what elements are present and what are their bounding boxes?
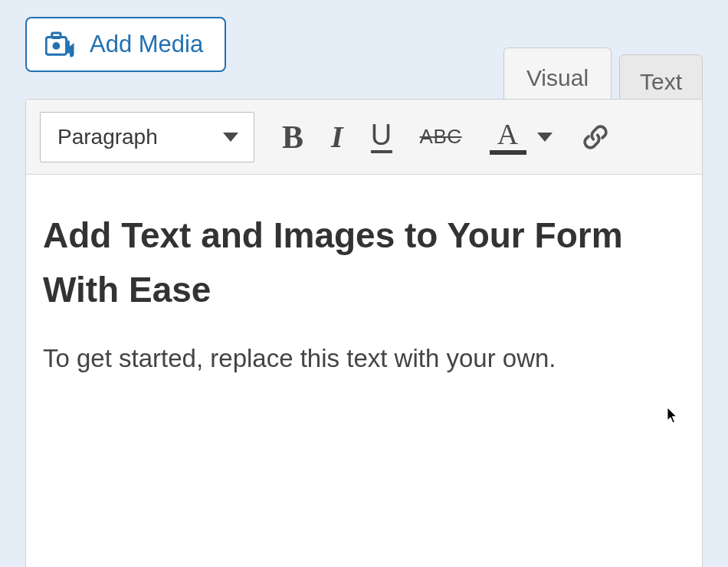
add-media-label: Add Media: [90, 31, 203, 58]
underline-bar-icon: [371, 150, 392, 153]
text-color-icon: A: [490, 120, 526, 155]
strikethrough-icon: ABC: [420, 125, 462, 149]
editor: Paragraph B I U ABC A: [25, 99, 703, 567]
text-color-button[interactable]: A: [490, 114, 553, 160]
insert-link-button[interactable]: [580, 114, 611, 160]
svg-rect-1: [52, 33, 61, 38]
media-icon: [45, 31, 77, 57]
svg-point-3: [70, 52, 74, 56]
editor-content[interactable]: Add Text and Images to Your Form With Ea…: [26, 175, 702, 392]
content-heading: Add Text and Images to Your Form With Ea…: [43, 208, 685, 318]
chevron-down-icon: [537, 133, 553, 142]
svg-point-2: [52, 42, 60, 50]
underline-icon: U: [371, 120, 392, 149]
tab-text-label: Text: [640, 69, 682, 94]
link-icon: [580, 122, 611, 152]
strikethrough-button[interactable]: ABC: [420, 114, 462, 160]
content-body: To get started, replace this text with y…: [43, 341, 685, 376]
editor-toolbar: Paragraph B I U ABC A: [26, 100, 702, 175]
bold-button[interactable]: B: [282, 114, 303, 160]
tab-visual-label: Visual: [526, 65, 589, 90]
chevron-down-icon: [223, 133, 238, 142]
underline-button[interactable]: U: [371, 114, 392, 160]
add-media-button[interactable]: Add Media: [25, 17, 226, 72]
italic-icon: I: [331, 119, 343, 155]
format-select[interactable]: Paragraph: [40, 112, 254, 162]
bold-icon: B: [282, 119, 303, 156]
italic-button[interactable]: I: [331, 114, 343, 160]
format-select-label: Paragraph: [57, 125, 158, 149]
